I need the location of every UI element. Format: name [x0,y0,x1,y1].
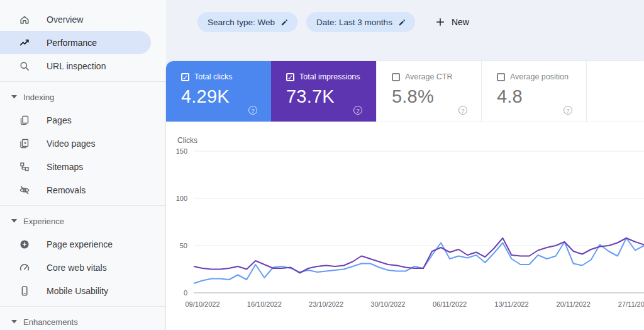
pages-icon [19,115,30,126]
y-axis-labels: 150100500 [166,146,194,311]
sidebar-item-core-web-vitals[interactable]: Core web vitals [0,256,151,279]
x-axis-tick: 06/11/2022 [433,300,467,308]
sitemaps-icon [19,161,30,173]
sidebar-item-mobile-usability[interactable]: Mobile Usability [0,279,151,302]
sidebar-item-label: Page experience [47,239,113,249]
x-axis-tick: 23/10/2022 [309,300,343,308]
metric-card-total-impressions[interactable]: ✓ Total impressions 73.7K ? [271,61,376,122]
section-header-label: Indexing [23,93,54,102]
x-axis-tick: 20/11/2022 [557,300,591,308]
metric-value: 5.8% [392,86,481,107]
search-type-chip[interactable]: Search type: Web [197,12,297,32]
home-icon [19,14,30,25]
sidebar-item-video-pages[interactable]: Video pages [0,132,151,155]
eye-off-icon [19,185,30,196]
line-chart-svg [194,146,644,296]
performance-chart: Clicks 150100500 09/10/202216/10/202223/… [166,122,644,311]
sidebar-item-label: Pages [47,115,72,125]
metric-value: 4.8 [497,86,586,107]
sidebar-item-label: Performance [47,38,97,48]
sidebar-section-enhancements[interactable]: Enhancements [0,310,166,330]
help-icon[interactable]: ? [353,106,362,115]
y-axis-tick: 150 [176,147,187,155]
y-axis-tick: 0 [184,289,187,297]
sidebar-item-label: Core web vitals [47,263,107,273]
search-console-app: Overview Performance URL inspection Inde… [0,0,644,330]
search-type-chip-label: Search type: Web [208,18,275,27]
sidebar-item-label: Sitemaps [47,162,83,172]
edit-pencil-icon [398,18,406,26]
video-pages-icon [19,138,30,149]
x-axis-tick: 13/11/2022 [494,300,528,308]
y-axis-title: Clicks [177,136,644,146]
y-axis-tick: 100 [176,195,187,202]
new-filter-label: New [452,17,469,27]
chevron-down-icon [11,95,17,99]
metric-label: Average CTR [405,72,453,81]
main-content: Search type: Web Date: Last 3 months New [166,0,644,330]
new-filter-button[interactable]: New [430,12,474,32]
x-axis-tick: 09/10/2022 [186,300,220,308]
x-axis-tick: 16/10/2022 [247,300,282,308]
sidebar-item-overview[interactable]: Overview [0,8,151,31]
sidebar-divider [0,81,166,82]
plus-icon [435,17,445,27]
sidebar-section-indexing[interactable]: Indexing [0,86,166,108]
help-icon[interactable]: ? [458,106,467,115]
metric-value: 73.7K [286,86,376,107]
metric-label: Average position [510,72,569,81]
section-header-label: Experience [23,217,64,226]
sidebar-item-page-experience[interactable]: Page experience [0,232,151,256]
search-icon [19,60,30,72]
sidebar-item-label: Video pages [47,139,96,149]
sidebar-item-url-inspection[interactable]: URL inspection [0,54,151,77]
date-range-chip[interactable]: Date: Last 3 months [306,12,415,32]
x-axis-tick: 30/10/2022 [370,300,405,308]
edit-pencil-icon [280,18,289,26]
metric-label: Total clicks [194,72,232,81]
sidebar-item-pages[interactable]: Pages [0,108,151,132]
chevron-down-icon [11,320,17,324]
sidebar-item-performance[interactable]: Performance [0,31,151,54]
mobile-icon [19,285,30,297]
add-circle-icon [19,239,30,250]
sidebar-item-label: URL inspection [47,61,106,71]
cards-filler [586,61,644,122]
sidebar-section-experience[interactable]: Experience [0,210,166,232]
performance-panel: ✓ Total clicks 4.29K ? ✓ Total impressio… [166,61,644,330]
checkbox-checked-icon[interactable]: ✓ [286,73,294,81]
metric-label: Total impressions [299,72,360,81]
sidebar-divider [0,205,166,206]
sidebar-item-label: Mobile Usability [47,286,108,296]
metric-card-average-position[interactable]: Average position 4.8 ? [481,61,586,122]
filter-bar: Search type: Web Date: Last 3 months New [166,0,644,61]
metric-value: 4.29K [181,86,271,107]
y-axis-tick: 50 [180,242,187,249]
sidebar-item-sitemaps[interactable]: Sitemaps [0,155,151,178]
performance-icon [19,37,30,48]
help-icon[interactable]: ? [248,106,257,115]
sidebar-item-label: Overview [47,14,83,25]
chart-plot-area[interactable]: 09/10/202216/10/202223/10/202230/10/2022… [194,146,644,311]
metric-card-average-ctr[interactable]: Average CTR 5.8% ? [376,61,481,122]
sidebar-divider [0,306,166,307]
checkbox-checked-icon[interactable]: ✓ [181,73,189,81]
date-range-chip-label: Date: Last 3 months [316,18,392,27]
sidebar-item-label: Removals [47,185,86,195]
section-header-label: Enhancements [23,317,78,327]
chevron-down-icon [11,219,17,223]
checkbox-unchecked-icon[interactable] [392,73,400,81]
metric-card-total-clicks[interactable]: ✓ Total clicks 4.29K ? [166,61,271,122]
x-axis-tick: 27/11/2022 [618,300,644,308]
checkbox-unchecked-icon[interactable] [497,73,505,81]
metric-cards-row: ✓ Total clicks 4.29K ? ✓ Total impressio… [166,61,644,122]
sidebar: Overview Performance URL inspection Inde… [0,0,166,330]
speedometer-icon [19,262,30,273]
help-icon[interactable]: ? [564,106,572,115]
sidebar-item-removals[interactable]: Removals [0,178,151,202]
